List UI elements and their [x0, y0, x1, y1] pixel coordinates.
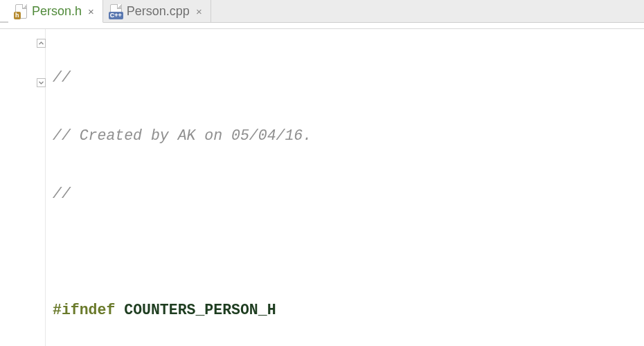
code-editor[interactable]: // // Created by AK on 05/04/16. // #ifn…	[46, 29, 644, 346]
tab-label: Person.cpp	[127, 4, 190, 19]
editor-area: // // Created by AK on 05/04/16. // #ifn…	[0, 29, 644, 346]
code-line[interactable]	[53, 242, 644, 262]
code-line[interactable]: //	[53, 68, 644, 87]
tab-bar: h Person.h × C++ Person.cpp ×	[0, 0, 644, 23]
close-icon[interactable]: ×	[195, 6, 204, 17]
comment: //	[53, 68, 71, 87]
tab-person-h[interactable]: h Person.h ×	[8, 0, 103, 23]
editor-top-border	[0, 23, 644, 29]
header-file-icon: h	[15, 4, 27, 19]
macro-name: COUNTERS_PERSON_H	[124, 300, 276, 320]
tab-person-cpp[interactable]: C++ Person.cpp ×	[103, 0, 211, 22]
comment: // Created by AK on 05/04/16.	[53, 126, 312, 145]
file-badge: C++	[109, 12, 123, 19]
file-badge: h	[14, 12, 21, 19]
pp-directive: #ifndef	[53, 300, 115, 320]
close-icon[interactable]: ×	[87, 6, 96, 17]
fold-toggle-icon[interactable]	[37, 78, 46, 87]
fold-toggle-icon[interactable]	[37, 39, 46, 48]
tab-bar-lead	[0, 0, 8, 22]
code-line[interactable]: // Created by AK on 05/04/16.	[53, 126, 644, 145]
code-line[interactable]: //	[53, 184, 644, 203]
code-line[interactable]: #ifndef COUNTERS_PERSON_H	[53, 300, 644, 320]
tab-label: Person.h	[32, 4, 82, 19]
comment: //	[53, 184, 71, 203]
gutter[interactable]	[0, 29, 46, 346]
cpp-file-icon: C++	[110, 4, 122, 19]
